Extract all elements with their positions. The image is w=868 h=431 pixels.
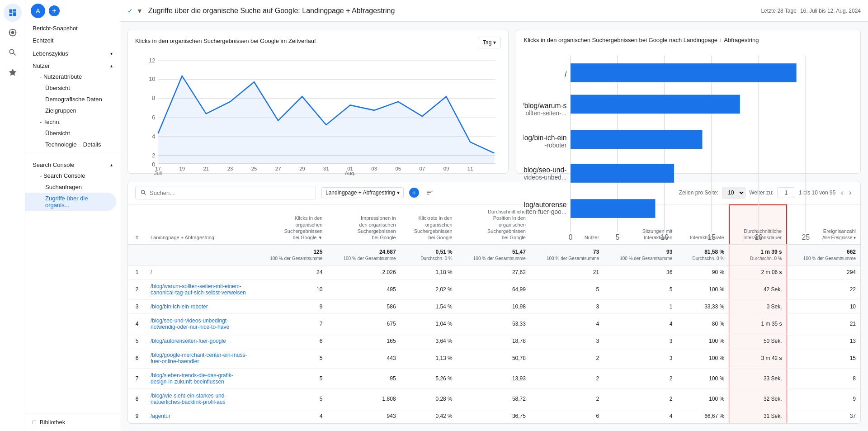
cell-clicks: 5 <box>254 348 327 369</box>
col-clicks-header[interactable]: Klicks in denorganischenSuchergebnissenb… <box>254 205 327 245</box>
cell-clicks: 5 <box>254 389 327 409</box>
cell-landing[interactable]: /blog/warum-sollten-seiten-mit-einem-can… <box>146 279 254 300</box>
cell-interaction-rate: 90 % <box>677 265 729 279</box>
cell-ctr: 0,42 % <box>401 409 457 423</box>
cell-events: 22 <box>787 279 860 300</box>
sidebar-item-techn[interactable]: - Techn. <box>25 116 116 128</box>
cell-landing[interactable]: /blog/sieben-trends-die-das-grafik-desig… <box>146 369 254 389</box>
sidebar-footer[interactable]: □ Bibliothek <box>25 413 120 431</box>
table-row: 5 /blog/autorenseiten-fuer-google 6 165 … <box>128 334 860 348</box>
sidebar-section-search-console[interactable]: Search Console ▴ <box>25 158 120 170</box>
add-property-button[interactable]: + <box>49 5 60 16</box>
total-ctr-sub: Durchschn. 0 % <box>420 256 453 261</box>
bibliothek-label: Bibliothek <box>40 419 65 426</box>
table-row: 2 /blog/warum-sollten-seiten-mit-einem-c… <box>128 279 860 300</box>
cell-landing[interactable]: / <box>146 265 254 279</box>
bericht-snapshot-label: Bericht-Snapshot <box>33 25 78 32</box>
col-impressions-header[interactable]: Impressionen inden organischenSuchergebn… <box>327 205 400 245</box>
sidebar-item-technologie-details[interactable]: Technologie – Details <box>25 139 116 150</box>
realtime-icon[interactable] <box>4 24 22 42</box>
insights-nav-icon[interactable] <box>4 63 22 81</box>
cell-events: 13 <box>787 334 860 348</box>
total-interaction-rate-sub: Durchschn. 0 % <box>693 256 725 261</box>
cell-landing[interactable]: /agentur <box>146 409 254 423</box>
search-nav-icon[interactable] <box>4 43 22 62</box>
cell-impressions: 443 <box>327 348 400 369</box>
col-ctr-header[interactable]: Klickrate in denorganischenSuchergebniss… <box>401 205 457 245</box>
cell-users: 3 <box>530 300 604 314</box>
svg-text:/blog/warum-s: /blog/warum-s <box>524 102 567 109</box>
date-label: Letzte 28 Tage <box>761 8 797 14</box>
cell-impressions: 943 <box>327 409 400 423</box>
technologie-details-label: Technologie – Details <box>45 141 101 148</box>
cell-landing[interactable]: /blog/wie-sieht-ein-starkes-und-natuerli… <box>146 389 254 409</box>
sidebar-item-suchanfragen[interactable]: Suchanfragen <box>25 181 116 193</box>
sidebar-item-bericht-snapshot[interactable]: Bericht-Snapshot <box>25 22 116 34</box>
cell-events: 37 <box>787 409 860 423</box>
sort-icon[interactable] <box>425 187 435 198</box>
svg-text:23: 23 <box>227 166 233 171</box>
cell-ctr: 3,64 % <box>401 334 457 348</box>
sidebar-section-nutzer[interactable]: Nutzer ▴ <box>25 59 120 71</box>
cell-interaction-rate: 50 % <box>677 423 729 424</box>
sidebar-item-techn-ubersicht[interactable]: Übersicht <box>25 128 116 139</box>
time-period-dropdown[interactable]: Tag ▾ <box>478 37 501 48</box>
svg-point-0 <box>11 31 14 34</box>
cell-impressions: 95 <box>327 369 400 389</box>
search-console-sub-label: Search Console <box>43 172 85 179</box>
cell-sessions: 3 <box>604 348 677 369</box>
line-chart-card: Klicks in den organischen Suchergebnisse… <box>127 29 509 174</box>
sidebar-item-zielgruppen[interactable]: Zielgruppen <box>25 105 116 116</box>
svg-text:/blog/autorense: /blog/autorense <box>524 201 566 208</box>
cell-landing[interactable]: /blog/google-merchant-center-ein-muss-fu… <box>146 348 254 369</box>
table-row: 8 /blog/wie-sieht-ein-starkes-und-natuer… <box>128 389 860 409</box>
cell-landing[interactable]: /blog/farbverlaeufe-im-webdesign <box>146 423 254 424</box>
cell-landing[interactable]: /blog/autorenseiten-fuer-google <box>146 334 254 348</box>
total-clicks: 125 <box>313 249 322 255</box>
cell-landing[interactable]: /blog/bin-ich-ein-roboter <box>146 300 254 314</box>
search-box[interactable] <box>135 186 316 199</box>
svg-text:27: 27 <box>275 166 281 171</box>
main-header: ✓ ▼ Zugriffe über die organische Suche a… <box>120 0 868 22</box>
cell-avg-duration: 31 Sek. <box>729 409 787 423</box>
totals-row: 125 100 % der Gesamtsumme 24.687 100 % d… <box>128 245 860 265</box>
table-row: 6 /blog/google-merchant-center-ein-muss-… <box>128 348 860 369</box>
svg-text:21: 21 <box>203 166 209 171</box>
cell-rank: 7 <box>128 369 146 389</box>
sidebar-item-search-console-sub[interactable]: - Search Console <box>25 170 116 181</box>
svg-text:10: 10 <box>661 233 669 241</box>
cell-users: 3 <box>530 334 604 348</box>
cell-interaction-rate: 100 % <box>677 334 729 348</box>
date-range: 16. Juli bis 12. Aug. 2024 <box>800 8 861 14</box>
svg-text:Juli: Juli <box>154 171 162 175</box>
cell-users: 4 <box>530 423 604 424</box>
sidebar-section-lebenszyklus[interactable]: Lebenszyklus ▾ <box>25 47 120 59</box>
home-icon[interactable] <box>4 4 22 22</box>
svg-marker-15 <box>158 76 495 164</box>
suchanfragen-label: Suchanfragen <box>45 184 82 190</box>
cell-sessions: 1 <box>604 300 677 314</box>
cell-events: 10 <box>787 300 860 314</box>
search-input[interactable] <box>150 189 311 196</box>
cell-events: 8 <box>787 369 860 389</box>
cell-users: 6 <box>530 409 604 423</box>
sidebar-item-zugriffe[interactable]: Zugriffe über die organis... <box>25 193 116 211</box>
cell-events: 15 <box>787 348 860 369</box>
add-dimension-button[interactable]: + <box>409 188 419 198</box>
col-position-header[interactable]: DurchschnittlichePosition in denorganisc… <box>457 205 530 245</box>
techn-ubersicht-label: Übersicht <box>45 130 70 137</box>
sidebar-nav: Bericht-Snapshot Echtzeit Lebenszyklus ▾… <box>25 22 120 413</box>
sidebar-item-ubersicht[interactable]: Übersicht <box>25 82 116 94</box>
sidebar: A + Bericht-Snapshot Echtzeit Lebenszykl… <box>25 0 120 431</box>
cell-sessions: 3 <box>604 334 677 348</box>
cell-ctr: 1,04 % <box>401 314 457 334</box>
sidebar-item-nutzerattribute[interactable]: - Nutzerattribute <box>25 71 116 82</box>
svg-text:4: 4 <box>152 133 155 140</box>
sidebar-item-echtzeit[interactable]: Echtzeit <box>25 34 116 47</box>
cell-landing[interactable]: /blog/seo-und-videos-unbedingt-notwendig… <box>146 314 254 334</box>
dimension-dropdown[interactable]: Landingpage + Abfragestring ▾ <box>321 187 404 198</box>
sidebar-item-demografische-daten[interactable]: Demografische Daten <box>25 94 116 105</box>
search-console-section-label: Search Console <box>33 161 75 168</box>
cell-rank: 5 <box>128 334 146 348</box>
bar-chart-card: Klicks in den organischen Suchergebnisse… <box>516 29 861 174</box>
